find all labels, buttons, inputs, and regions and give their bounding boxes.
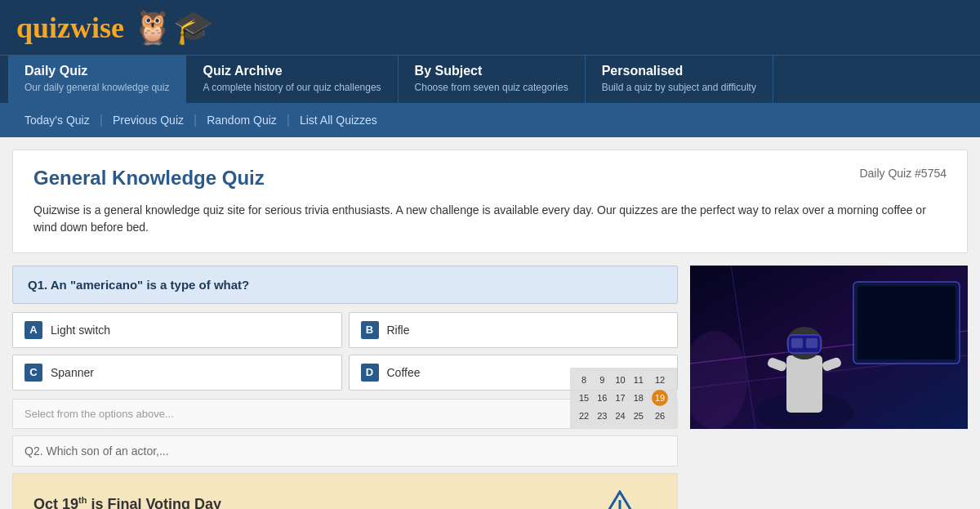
main-content: General Knowledge Quiz Daily Quiz #5754 … [0, 137, 980, 509]
ad-sup: th [78, 495, 87, 505]
tab-personalised-desc: Build a quiz by subject and difficulty [602, 82, 756, 95]
ad-text-block: Oct 19th is Final Voting Day for the Pro… [33, 494, 221, 509]
question-section: Q1. An "americano" is a type of what? A … [12, 266, 968, 509]
quiz-number: Daily Quiz #5754 [859, 167, 947, 180]
tab-quiz-archive-desc: A complete history of our quiz challenge… [203, 82, 381, 95]
question-1-text: Q1. An "americano" is a type of what? [12, 266, 678, 304]
answer-c-text: Spanner [51, 366, 94, 379]
tab-by-subject-desc: Choose from seven quiz categories [415, 82, 568, 95]
ad-line1: Oct 19th is Final Voting Day [33, 494, 221, 509]
svg-rect-15 [806, 338, 817, 348]
calendar-highlight-19: 19 [652, 390, 668, 406]
sub-nav: Today's Quiz | Previous Quiz | Random Qu… [0, 103, 980, 137]
answer-c-button[interactable]: C Spanner [12, 355, 342, 391]
logo-text[interactable]: quizwise [16, 11, 124, 45]
sub-nav-todays-quiz[interactable]: Today's Quiz [16, 114, 98, 127]
quiz-description: Quizwise is a general knowledge quiz sit… [33, 202, 947, 236]
right-image-panel [690, 266, 968, 509]
quiz-title: General Knowledge Quiz [33, 167, 265, 190]
calendar-table: 89101112 15161718 19 2223242526 [575, 373, 672, 423]
quiz-image [690, 266, 968, 429]
sub-nav-previous-quiz[interactable]: Previous Quiz [105, 114, 192, 127]
nav-tabs: Daily Quiz Our daily general knowledge q… [0, 55, 980, 103]
elections-bc-logo-icon [599, 490, 640, 509]
quiz-info-box: General Knowledge Quiz Daily Quiz #5754 … [12, 150, 968, 253]
tab-by-subject[interactable]: By Subject Choose from seven quiz catego… [399, 56, 586, 103]
answer-a-letter: A [24, 321, 42, 339]
svg-rect-14 [791, 338, 803, 348]
owl-icon: 🦉🎓 [132, 8, 214, 47]
calendar-widget: 89101112 15161718 19 2223242526 [570, 368, 677, 428]
answer-b-button[interactable]: B Rifle [349, 312, 679, 348]
select-hint-text: Select from the options above... [24, 408, 174, 420]
ad-logo: ELECTIONS BC A non-partisan Office of th… [583, 490, 657, 509]
tab-quiz-archive[interactable]: Quiz Archive A complete history of our q… [186, 56, 398, 103]
tab-personalised-title: Personalised [602, 64, 756, 78]
answer-b-text: Rifle [387, 324, 410, 337]
answer-d-letter: D [361, 364, 379, 382]
tab-daily-quiz-desc: Our daily general knowledge quiz [24, 82, 169, 95]
vr-scene-icon [690, 266, 968, 429]
q2-preview: Q2. Which son of an actor,... [12, 435, 678, 467]
question-left: Q1. An "americano" is a type of what? A … [12, 266, 678, 509]
sub-nav-list-all[interactable]: List All Quizzes [292, 114, 385, 127]
svg-rect-11 [786, 355, 822, 413]
tab-daily-quiz[interactable]: Daily Quiz Our daily general knowledge q… [8, 56, 186, 103]
tab-by-subject-title: By Subject [415, 64, 568, 78]
answer-d-text: Coffee [387, 366, 421, 379]
q2-preview-text: Q2. Which son of an actor,... [24, 444, 169, 458]
answer-b-letter: B [361, 321, 379, 339]
answer-a-button[interactable]: A Light switch [12, 312, 342, 348]
tab-daily-quiz-title: Daily Quiz [24, 64, 169, 78]
tab-quiz-archive-title: Quiz Archive [203, 64, 381, 78]
sub-nav-random-quiz[interactable]: Random Quiz [198, 114, 285, 127]
site-header: quizwise 🦉🎓 [0, 0, 980, 55]
answer-a-text: Light switch [51, 324, 110, 337]
tab-personalised[interactable]: Personalised Build a quiz by subject and… [586, 56, 773, 103]
ad-banner: Oct 19th is Final Voting Day for the Pro… [12, 473, 678, 509]
answer-c-letter: C [24, 364, 42, 382]
quiz-header-row: General Knowledge Quiz Daily Quiz #5754 [33, 167, 947, 190]
svg-rect-9 [858, 286, 956, 359]
select-hint: Select from the options above... 8910111… [12, 399, 678, 429]
bottom-hint-row: Select from the options above... 8910111… [12, 399, 678, 429]
